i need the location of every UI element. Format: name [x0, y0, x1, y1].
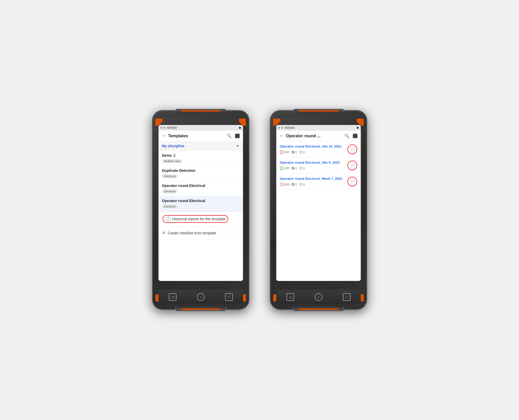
top-bumper — [175, 109, 226, 113]
chevron-down-icon: ▼ — [236, 144, 239, 148]
report-content: Operator round Electrical_Week 7_2021 8/… — [280, 177, 345, 186]
checklist-icon: ≡ — [163, 230, 165, 236]
search-icon[interactable]: 🔍 — [344, 133, 349, 138]
open-report-button[interactable]: 📄 — [347, 144, 357, 154]
progress-value: 1/27 — [284, 167, 290, 170]
doc-stat: 📋 0 — [299, 183, 305, 186]
report-stats: 1/27 🖼 0 📋 0 — [280, 166, 345, 170]
report-stats: 8/13 🖼 0 📋 0 — [280, 183, 345, 186]
corner-tl — [273, 119, 280, 126]
nav-square-button[interactable]: □ — [225, 293, 233, 301]
action-section: 🕐 Historical reports for this template ≡… — [158, 211, 243, 239]
status-dot — [278, 127, 280, 129]
top-bumper — [293, 109, 344, 113]
doc-icon: 📋 — [299, 150, 302, 154]
create-checklist-button[interactable]: ≡ Create checklist from template — [158, 227, 243, 239]
historical-reports-label: Historical reports for this template — [172, 217, 226, 221]
back-button[interactable]: ← — [162, 133, 166, 139]
nav-back-button[interactable]: ◁ — [287, 293, 294, 301]
page-title: Templates — [168, 134, 224, 138]
status-pill — [284, 127, 295, 129]
doc-stat: 📋 0 — [299, 166, 305, 170]
image-icon: 🖼 — [292, 167, 294, 170]
open-report-button[interactable]: 📄 — [347, 177, 357, 186]
app-header: ← Templates 🔍 ⬛ — [158, 131, 243, 141]
doc-stat: 📋 0 — [299, 150, 305, 154]
list-item[interactable]: Operator round Electrical Electrical — [158, 181, 243, 196]
right-screen: ← Operator round ... 🔍 ⬛ Operator round … — [276, 125, 361, 281]
status-dot — [161, 127, 162, 129]
list-item[interactable]: Demo :) Multiple roles — [158, 151, 243, 166]
progress-value: 8/13 — [284, 183, 290, 186]
corner-tr — [239, 119, 246, 126]
status-dot — [164, 127, 165, 129]
item-tag: Electrical — [162, 174, 178, 178]
image-icon: 🖼 — [292, 183, 294, 186]
back-button[interactable]: ← — [279, 133, 284, 139]
scan-icon[interactable]: ⬛ — [353, 133, 358, 138]
nav-bar: ◁ ○ □ — [276, 290, 361, 304]
camera-dot — [239, 127, 241, 129]
progress-circle-icon — [280, 183, 283, 186]
reports-list: Operator round Electrical_Uke 15_2021 3/… — [276, 141, 361, 281]
list-item[interactable]: Duplicate Detection Electrical — [158, 166, 243, 181]
image-stat: 🖼 0 — [292, 183, 297, 186]
progress-circle-icon — [280, 166, 283, 170]
progress-stat: 8/13 — [280, 183, 290, 186]
scan-icon[interactable]: ⬛ — [235, 133, 240, 138]
bottom-bumper — [175, 307, 226, 311]
discipline-filter[interactable]: My discipline ▼ — [158, 141, 243, 151]
nav-back-button[interactable]: ◁ — [169, 293, 176, 301]
item-title: Duplicate Detection — [162, 169, 239, 173]
report-title: Operator round Electrical_Uke 9_2021 — [280, 161, 345, 165]
item-tag: Electrical — [162, 189, 178, 193]
image-count: 0 — [295, 183, 297, 186]
report-content: Operator round Electrical_Uke 9_2021 1/2… — [280, 161, 345, 170]
nav-home-button[interactable]: ○ — [197, 293, 205, 301]
bottom-bumper — [293, 307, 344, 311]
item-title: Operator round Electrical — [162, 184, 239, 188]
doc-count: 0 — [303, 151, 305, 154]
page-title: Operator round ... — [286, 134, 341, 138]
progress-value: 3/27 — [284, 151, 290, 154]
open-report-button[interactable]: 📄 — [347, 161, 357, 170]
progress-stat: 1/27 — [280, 166, 290, 170]
left-screen: ← Templates 🔍 ⬛ My discipline ▼ Demo :) … — [158, 125, 243, 281]
nav-square-button[interactable]: □ — [343, 293, 351, 301]
doc-icon: 📋 — [299, 183, 302, 186]
corner-tr — [357, 119, 364, 126]
left-phone: ← Templates 🔍 ⬛ My discipline ▼ Demo :) … — [152, 110, 249, 310]
right-phone: ← Operator round ... 🔍 ⬛ Operator round … — [270, 110, 367, 310]
item-tag: Multiple roles — [162, 159, 183, 163]
status-dot — [281, 127, 283, 129]
image-count: 0 — [295, 151, 297, 154]
search-icon[interactable]: 🔍 — [227, 133, 232, 138]
status-bar — [276, 125, 361, 131]
nav-home-button[interactable]: ○ — [315, 293, 322, 301]
image-stat: 🖼 0 — [292, 167, 297, 170]
report-item[interactable]: Operator round Electrical_Uke 15_2021 3/… — [276, 141, 361, 158]
app-content: My discipline ▼ Demo :) Multiple roles D… — [158, 141, 243, 281]
create-checklist-label: Create checklist from template — [168, 231, 216, 235]
report-item[interactable]: Operator round Electrical_Uke 9_2021 1/2… — [276, 158, 361, 174]
item-title: Demo :) — [162, 153, 239, 158]
status-pill — [167, 127, 177, 129]
history-icon: 🕐 — [165, 216, 171, 222]
status-bar — [158, 125, 243, 131]
report-item[interactable]: Operator round Electrical_Week 7_2021 8/… — [276, 174, 361, 190]
image-count: 0 — [295, 167, 297, 170]
camera-dot — [357, 127, 359, 129]
doc-count: 0 — [303, 183, 305, 186]
report-title: Operator round Electrical_Uke 15_2021 — [280, 144, 345, 149]
report-stats: 3/27 🖼 0 📋 0 — [280, 150, 345, 154]
progress-circle-icon — [280, 150, 283, 154]
item-tag: Electrical — [162, 204, 178, 208]
corner-tl — [155, 119, 163, 126]
report-title: Operator round Electrical_Week 7_2021 — [280, 177, 345, 181]
app-header: ← Operator round ... 🔍 ⬛ — [276, 131, 361, 141]
image-stat: 🖼 0 — [292, 151, 297, 154]
report-content: Operator round Electrical_Uke 15_2021 3/… — [280, 144, 345, 154]
item-title: Operator round Electrical — [162, 199, 239, 203]
historical-reports-button[interactable]: 🕐 Historical reports for this template — [158, 212, 243, 227]
list-item-selected[interactable]: Operator round Electrical Electrical — [158, 196, 243, 211]
